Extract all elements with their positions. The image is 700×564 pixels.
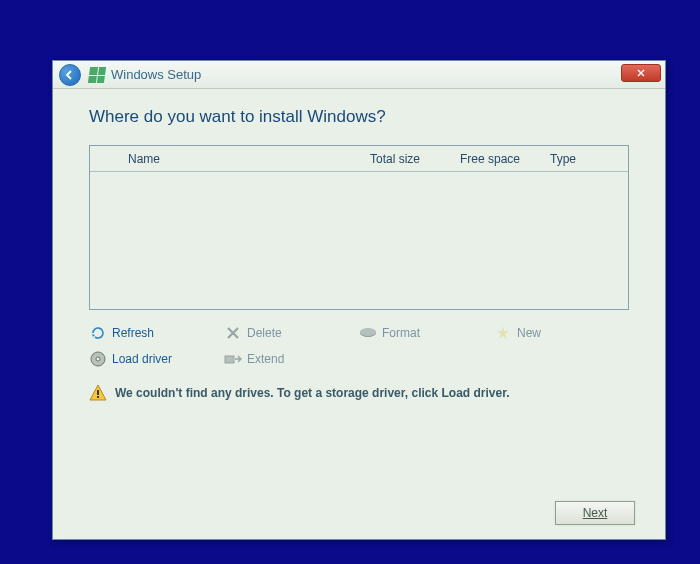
window-title: Windows Setup bbox=[111, 67, 201, 82]
new-label: New bbox=[517, 326, 541, 340]
next-button[interactable]: Next bbox=[555, 501, 635, 525]
dialog-footer: Next bbox=[555, 501, 635, 525]
back-button[interactable] bbox=[59, 64, 81, 86]
toolbar: Refresh Delete Format bbox=[89, 310, 629, 372]
format-icon bbox=[359, 324, 377, 342]
refresh-label: Refresh bbox=[112, 326, 154, 340]
page-heading: Where do you want to install Windows? bbox=[89, 107, 629, 127]
svg-rect-5 bbox=[97, 390, 99, 395]
column-name: Name bbox=[128, 152, 370, 166]
load-driver-button[interactable]: Load driver bbox=[89, 346, 224, 372]
column-total-size: Total size bbox=[370, 152, 460, 166]
windows-logo-icon bbox=[88, 67, 106, 83]
svg-point-3 bbox=[96, 357, 100, 361]
dialog-content: Where do you want to install Windows? Na… bbox=[53, 89, 665, 416]
delete-button[interactable]: Delete bbox=[224, 320, 359, 346]
format-label: Format bbox=[382, 326, 420, 340]
extend-button[interactable]: Extend bbox=[224, 346, 359, 372]
list-header: Name Total size Free space Type bbox=[90, 146, 628, 172]
titlebar: Windows Setup bbox=[53, 61, 665, 89]
delete-label: Delete bbox=[247, 326, 282, 340]
warning-text: We couldn't find any drives. To get a st… bbox=[115, 386, 510, 400]
new-icon bbox=[494, 324, 512, 342]
svg-point-1 bbox=[360, 328, 376, 336]
list-body bbox=[90, 172, 628, 309]
delete-icon bbox=[224, 324, 242, 342]
warning-message: We couldn't find any drives. To get a st… bbox=[89, 384, 629, 402]
disc-icon bbox=[89, 350, 107, 368]
refresh-icon bbox=[89, 324, 107, 342]
warning-icon bbox=[89, 384, 107, 402]
windows-setup-dialog: Windows Setup Where do you want to insta… bbox=[52, 60, 666, 540]
drive-list[interactable]: Name Total size Free space Type bbox=[89, 145, 629, 310]
refresh-button[interactable]: Refresh bbox=[89, 320, 224, 346]
close-button[interactable] bbox=[621, 64, 661, 82]
svg-rect-4 bbox=[225, 356, 234, 363]
close-icon bbox=[637, 69, 645, 77]
arrow-left-icon bbox=[65, 70, 75, 80]
svg-rect-6 bbox=[97, 396, 99, 398]
format-button[interactable]: Format bbox=[359, 320, 494, 346]
new-button[interactable]: New bbox=[494, 320, 629, 346]
column-type: Type bbox=[550, 152, 620, 166]
extend-label: Extend bbox=[247, 352, 284, 366]
column-free-space: Free space bbox=[460, 152, 550, 166]
load-driver-label: Load driver bbox=[112, 352, 172, 366]
extend-icon bbox=[224, 350, 242, 368]
